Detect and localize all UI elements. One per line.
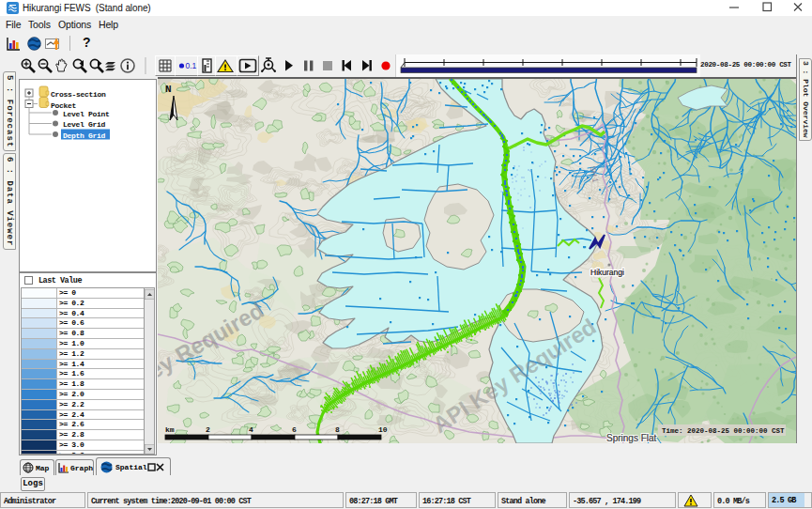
svg-text:Cross-section: Cross-section (51, 90, 106, 99)
svg-text:Level Grid: Level Grid (63, 120, 106, 129)
svg-text:Pocket: Pocket (51, 101, 77, 110)
svg-text:10: 10 (378, 425, 388, 434)
svg-text:N: N (165, 84, 172, 95)
svg-text:0.1: 0.1 (186, 61, 197, 70)
svg-text:Time: 2020-08-25 00:00:00 CST: Time: 2020-08-25 00:00:00 CST (662, 427, 785, 435)
svg-text:Level Point: Level Point (63, 110, 110, 118)
svg-text:Springs Flat: Springs Flat (606, 433, 657, 443)
svg-text:4: 4 (249, 425, 253, 434)
svg-text:6: 6 (292, 425, 297, 434)
svg-text:km: km (165, 425, 175, 434)
svg-text:8: 8 (335, 425, 340, 434)
svg-text:Hikurangi: Hikurangi (590, 268, 624, 277)
svg-text:2: 2 (206, 425, 210, 434)
svg-text:Depth Grid: Depth Grid (63, 131, 106, 140)
